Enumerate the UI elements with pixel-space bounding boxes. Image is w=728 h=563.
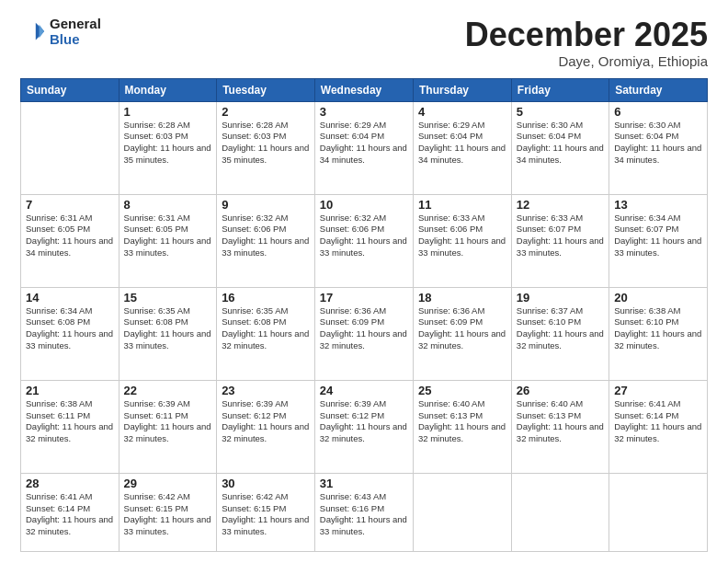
day-detail: Sunrise: 6:35 AMSunset: 6:08 PMDaylight:… xyxy=(124,305,212,352)
day-detail: Sunrise: 6:39 AMSunset: 6:11 PMDaylight:… xyxy=(124,398,212,445)
calendar-cell: 5Sunrise: 6:30 AMSunset: 6:04 PMDaylight… xyxy=(511,101,609,194)
calendar-cell: 7Sunrise: 6:31 AMSunset: 6:05 PMDaylight… xyxy=(21,194,119,287)
day-detail: Sunrise: 6:30 AMSunset: 6:04 PMDaylight:… xyxy=(614,120,702,167)
calendar-cell: 22Sunrise: 6:39 AMSunset: 6:11 PMDayligh… xyxy=(119,380,217,473)
calendar-cell: 3Sunrise: 6:29 AMSunset: 6:04 PMDaylight… xyxy=(314,101,413,194)
logo-blue: Blue xyxy=(50,32,101,48)
calendar-cell: 20Sunrise: 6:38 AMSunset: 6:10 PMDayligh… xyxy=(609,287,708,380)
calendar-cell: 2Sunrise: 6:28 AMSunset: 6:03 PMDaylight… xyxy=(217,101,315,194)
day-number: 30 xyxy=(222,477,310,490)
day-detail: Sunrise: 6:40 AMSunset: 6:13 PMDaylight:… xyxy=(517,398,604,445)
day-detail: Sunrise: 6:42 AMSunset: 6:15 PMDaylight:… xyxy=(124,491,212,538)
subtitle: Daye, Oromiya, Ethiopia xyxy=(465,53,708,69)
day-detail: Sunrise: 6:38 AMSunset: 6:11 PMDaylight:… xyxy=(26,398,114,445)
weekday-header-row: SundayMondayTuesdayWednesdayThursdayFrid… xyxy=(21,78,708,101)
day-number: 2 xyxy=(222,105,310,119)
calendar-cell: 10Sunrise: 6:32 AMSunset: 6:06 PMDayligh… xyxy=(314,194,413,287)
calendar-cell: 26Sunrise: 6:40 AMSunset: 6:13 PMDayligh… xyxy=(511,380,609,473)
calendar-cell: 25Sunrise: 6:40 AMSunset: 6:13 PMDayligh… xyxy=(414,380,512,473)
day-number: 12 xyxy=(517,198,604,212)
calendar-cell: 8Sunrise: 6:31 AMSunset: 6:05 PMDaylight… xyxy=(119,194,217,287)
calendar-cell: 4Sunrise: 6:29 AMSunset: 6:04 PMDaylight… xyxy=(414,101,512,194)
week-row-2: 7Sunrise: 6:31 AMSunset: 6:05 PMDaylight… xyxy=(21,194,708,287)
day-detail: Sunrise: 6:30 AMSunset: 6:04 PMDaylight:… xyxy=(517,120,604,167)
day-number: 20 xyxy=(614,291,702,304)
day-detail: Sunrise: 6:43 AMSunset: 6:16 PMDaylight:… xyxy=(320,491,408,538)
calendar-cell: 12Sunrise: 6:33 AMSunset: 6:07 PMDayligh… xyxy=(511,194,609,287)
calendar-cell: 13Sunrise: 6:34 AMSunset: 6:07 PMDayligh… xyxy=(609,194,708,287)
day-detail: Sunrise: 6:33 AMSunset: 6:07 PMDaylight:… xyxy=(517,213,604,259)
weekday-header-tuesday: Tuesday xyxy=(217,78,315,101)
day-detail: Sunrise: 6:28 AMSunset: 6:03 PMDaylight:… xyxy=(124,120,212,167)
logo-text: General Blue xyxy=(50,17,101,47)
day-number: 1 xyxy=(124,105,212,119)
day-detail: Sunrise: 6:28 AMSunset: 6:03 PMDaylight:… xyxy=(222,120,310,167)
calendar-cell: 1Sunrise: 6:28 AMSunset: 6:03 PMDaylight… xyxy=(119,101,217,194)
day-number: 18 xyxy=(418,291,506,304)
calendar-cell: 19Sunrise: 6:37 AMSunset: 6:10 PMDayligh… xyxy=(511,287,609,380)
day-number: 6 xyxy=(614,105,702,119)
calendar-cell: 15Sunrise: 6:35 AMSunset: 6:08 PMDayligh… xyxy=(119,287,217,380)
calendar-cell: 27Sunrise: 6:41 AMSunset: 6:14 PMDayligh… xyxy=(609,380,708,473)
title-block: December 2025 Daye, Oromiya, Ethiopia xyxy=(465,17,708,69)
month-title: December 2025 xyxy=(465,17,708,53)
day-detail: Sunrise: 6:32 AMSunset: 6:06 PMDaylight:… xyxy=(320,213,408,259)
day-detail: Sunrise: 6:39 AMSunset: 6:12 PMDaylight:… xyxy=(222,398,310,445)
day-number: 15 xyxy=(124,291,212,304)
day-number: 17 xyxy=(320,291,408,304)
day-number: 31 xyxy=(320,477,408,490)
day-number: 11 xyxy=(418,198,506,212)
day-number: 7 xyxy=(26,198,114,212)
day-detail: Sunrise: 6:34 AMSunset: 6:08 PMDaylight:… xyxy=(26,305,114,352)
day-number: 24 xyxy=(320,384,408,397)
day-number: 8 xyxy=(124,198,212,212)
calendar-cell: 28Sunrise: 6:41 AMSunset: 6:14 PMDayligh… xyxy=(21,473,119,551)
calendar-cell: 6Sunrise: 6:30 AMSunset: 6:04 PMDaylight… xyxy=(609,101,708,194)
week-row-4: 21Sunrise: 6:38 AMSunset: 6:11 PMDayligh… xyxy=(21,380,708,473)
calendar-cell: 11Sunrise: 6:33 AMSunset: 6:06 PMDayligh… xyxy=(414,194,512,287)
day-number: 28 xyxy=(26,477,114,490)
weekday-header-sunday: Sunday xyxy=(21,78,119,101)
day-detail: Sunrise: 6:34 AMSunset: 6:07 PMDaylight:… xyxy=(614,213,702,259)
logo: General Blue xyxy=(20,17,101,47)
svg-marker-1 xyxy=(40,24,45,38)
day-number: 26 xyxy=(517,384,604,397)
page: General Blue December 2025 Daye, Oromiya… xyxy=(0,0,728,563)
day-detail: Sunrise: 6:35 AMSunset: 6:08 PMDaylight:… xyxy=(222,305,310,352)
day-number: 29 xyxy=(124,477,212,490)
day-number: 22 xyxy=(124,384,212,397)
weekday-header-thursday: Thursday xyxy=(414,78,512,101)
day-detail: Sunrise: 6:31 AMSunset: 6:05 PMDaylight:… xyxy=(26,213,114,259)
day-detail: Sunrise: 6:33 AMSunset: 6:06 PMDaylight:… xyxy=(418,213,506,259)
calendar-body: 1Sunrise: 6:28 AMSunset: 6:03 PMDaylight… xyxy=(21,101,708,551)
week-row-5: 28Sunrise: 6:41 AMSunset: 6:14 PMDayligh… xyxy=(21,473,708,551)
day-detail: Sunrise: 6:41 AMSunset: 6:14 PMDaylight:… xyxy=(26,491,114,538)
day-number: 21 xyxy=(26,384,114,397)
header: General Blue December 2025 Daye, Oromiya… xyxy=(20,17,708,69)
day-number: 27 xyxy=(614,384,702,397)
calendar-cell xyxy=(414,473,512,551)
day-detail: Sunrise: 6:29 AMSunset: 6:04 PMDaylight:… xyxy=(418,120,506,167)
day-number: 4 xyxy=(418,105,506,119)
day-detail: Sunrise: 6:39 AMSunset: 6:12 PMDaylight:… xyxy=(320,398,408,445)
weekday-header-friday: Friday xyxy=(511,78,609,101)
calendar-cell: 18Sunrise: 6:36 AMSunset: 6:09 PMDayligh… xyxy=(414,287,512,380)
day-number: 23 xyxy=(222,384,310,397)
logo-icon xyxy=(20,19,46,45)
day-number: 10 xyxy=(320,198,408,212)
day-number: 14 xyxy=(26,291,114,304)
day-number: 13 xyxy=(614,198,702,212)
day-number: 9 xyxy=(222,198,310,212)
day-number: 25 xyxy=(418,384,506,397)
logo-general: General xyxy=(50,17,101,32)
day-number: 19 xyxy=(517,291,604,304)
calendar-cell: 24Sunrise: 6:39 AMSunset: 6:12 PMDayligh… xyxy=(314,380,413,473)
calendar-cell: 23Sunrise: 6:39 AMSunset: 6:12 PMDayligh… xyxy=(217,380,315,473)
calendar-cell: 9Sunrise: 6:32 AMSunset: 6:06 PMDaylight… xyxy=(217,194,315,287)
calendar-cell: 30Sunrise: 6:42 AMSunset: 6:15 PMDayligh… xyxy=(217,473,315,551)
calendar-cell: 16Sunrise: 6:35 AMSunset: 6:08 PMDayligh… xyxy=(217,287,315,380)
day-detail: Sunrise: 6:42 AMSunset: 6:15 PMDaylight:… xyxy=(222,491,310,538)
calendar-cell: 29Sunrise: 6:42 AMSunset: 6:15 PMDayligh… xyxy=(119,473,217,551)
calendar-cell: 21Sunrise: 6:38 AMSunset: 6:11 PMDayligh… xyxy=(21,380,119,473)
day-detail: Sunrise: 6:32 AMSunset: 6:06 PMDaylight:… xyxy=(222,213,310,259)
